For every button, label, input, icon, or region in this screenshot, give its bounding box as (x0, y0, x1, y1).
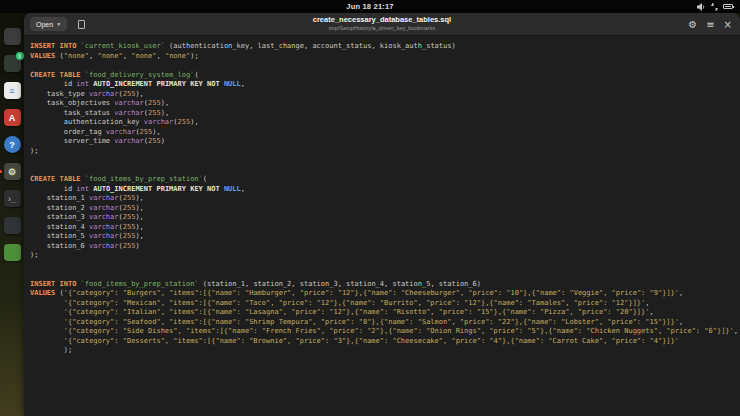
window-title: create_necessary_database_tables.sql (313, 16, 451, 24)
window-header: Open ▼ create_necessary_database_tables.… (24, 13, 740, 36)
window-subtitle: tmp/SetupHistory/a_driven_key_bookmarks (313, 26, 451, 32)
new-tab-button[interactable] (75, 18, 87, 30)
code-line: INSERT INTO `current_kiosk_user` (authen… (30, 42, 736, 52)
menu-icon[interactable]: ≡ (706, 20, 714, 30)
code-line: station_3 varchar(255), (30, 213, 736, 223)
chat-app-icon[interactable]: 1 (4, 55, 21, 72)
gear-icon[interactable]: ⚙ (688, 20, 697, 30)
code-line: task_objectives varchar(255), (30, 99, 736, 109)
code-line: CREATE TABLE `food_delivery_system_log`( (30, 71, 736, 81)
code-area[interactable]: INSERT INTO `current_kiosk_user` (authen… (24, 36, 740, 416)
chevron-down-icon: ▼ (56, 21, 61, 27)
help-app-icon[interactable]: ? (4, 136, 21, 153)
battery-icon (723, 4, 733, 9)
libreoffice-app-icon[interactable]: A (4, 109, 21, 126)
network-icon (711, 3, 718, 11)
code-line: station_1 varchar(255), (30, 194, 736, 204)
code-line: authentication_key varchar(255), (30, 118, 736, 128)
settings-gear-icon[interactable]: ⚙ (4, 163, 21, 180)
code-line: VALUES ('{"category": "Burgers", "items"… (30, 289, 736, 299)
code-line: '{"category": "Mexican", "items":[{"name… (30, 299, 736, 309)
notification-badge: 1 (16, 52, 24, 60)
code-line: '{"category": "Side Dishes", "items":[{"… (30, 327, 736, 337)
editor-window: Open ▼ create_necessary_database_tables.… (24, 13, 740, 416)
desktop: { "topbar": { "clock": "Jun 18 21:17" },… (0, 0, 740, 416)
code-line (30, 270, 736, 280)
dock: 1≡A?⚙›_ (0, 13, 24, 416)
volume-icon (697, 3, 706, 11)
code-line: id int AUTO_INCREMENT PRIMARY KEY NOT NU… (30, 185, 736, 195)
code-line (30, 61, 736, 71)
document-icon (78, 20, 85, 29)
code-line: task_status varchar(255), (30, 109, 736, 119)
code-line: server_time varchar(255) (30, 137, 736, 147)
close-icon[interactable]: × (724, 20, 732, 30)
code-line: ); (30, 147, 736, 157)
software-app-icon[interactable] (4, 244, 21, 261)
terminal-app-icon[interactable]: ›_ (4, 190, 21, 207)
code-line (30, 166, 736, 176)
code-line: ); (30, 346, 736, 356)
open-button[interactable]: Open ▼ (30, 17, 67, 31)
system-tray[interactable] (697, 0, 733, 13)
code-line: station_6 varchar(255) (30, 242, 736, 252)
header-actions: ⚙ ≡ × (688, 13, 732, 36)
code-line: station_2 varchar(255), (30, 204, 736, 214)
code-line: id int AUTO_INCREMENT PRIMARY KEY NOT NU… (30, 80, 736, 90)
code-line (30, 156, 736, 166)
code-line: order_tag varchar(255), (30, 128, 736, 138)
code-line: VALUES ("none", "none", "none", "none"); (30, 52, 736, 62)
monitor-app-icon[interactable] (4, 217, 21, 234)
code-line: station_5 varchar(255), (30, 232, 736, 242)
code-line: ); (30, 251, 736, 261)
camera-app-icon[interactable] (4, 28, 21, 45)
top-bar: Jun 18 21:17 (0, 0, 740, 13)
title-block: create_necessary_database_tables.sql tmp… (313, 16, 451, 31)
code-line: INSERT INTO `food_items_by_prep_station`… (30, 280, 736, 290)
open-button-label: Open (36, 21, 53, 28)
clock[interactable]: Jun 18 21:17 (346, 2, 393, 11)
code-line: task_type varchar(255), (30, 90, 736, 100)
files-app-icon[interactable]: ≡ (4, 82, 21, 99)
code-line: station_4 varchar(255), (30, 223, 736, 233)
code-line: '{"category": "Seafood", "items":[{"name… (30, 318, 736, 328)
code-line: '{"category": "Desserts", "items":[{"nam… (30, 337, 736, 347)
code-line: CREATE TABLE `food_items_by_prep_station… (30, 175, 736, 185)
code-line: '{"category": "Italian", "items":[{"name… (30, 308, 736, 318)
code-line (30, 261, 736, 271)
